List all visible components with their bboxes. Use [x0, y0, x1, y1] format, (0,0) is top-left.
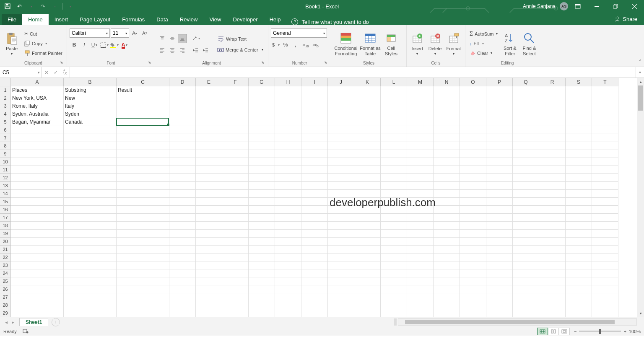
cell-M3[interactable] [407, 102, 434, 110]
cell-A9[interactable] [11, 150, 64, 158]
cell-G28[interactable] [249, 301, 275, 309]
cell-J27[interactable] [328, 293, 354, 301]
cell-M27[interactable] [407, 293, 434, 301]
cell-F3[interactable] [222, 102, 249, 110]
cell-N5[interactable] [434, 118, 460, 126]
cell-G7[interactable] [249, 134, 275, 142]
cell-M14[interactable] [407, 190, 434, 198]
cell-I17[interactable] [301, 214, 328, 222]
cell-L29[interactable] [381, 309, 407, 317]
cell-Q7[interactable] [513, 134, 539, 142]
cell-J14[interactable] [328, 190, 354, 198]
cell-L17[interactable] [381, 214, 407, 222]
cell-O4[interactable] [460, 110, 486, 118]
cell-C1[interactable]: Result [117, 86, 169, 94]
cell-G20[interactable] [249, 238, 275, 246]
tab-formulas[interactable]: Formulas [116, 14, 151, 25]
cell-A19[interactable] [11, 230, 64, 238]
cell-G21[interactable] [249, 246, 275, 253]
cell-D20[interactable] [169, 238, 196, 246]
cell-I9[interactable] [301, 150, 328, 158]
cell-Q17[interactable] [513, 214, 539, 222]
close-button[interactable] [625, 0, 644, 13]
cell-N22[interactable] [434, 253, 460, 261]
cell-Q23[interactable] [513, 261, 539, 269]
cell-M1[interactable] [407, 86, 434, 94]
cell-B29[interactable] [64, 309, 117, 317]
number-format-combo[interactable]: General▾ [271, 28, 327, 38]
cell-B8[interactable] [64, 142, 117, 150]
cell-S28[interactable] [566, 301, 592, 309]
cell-F19[interactable] [222, 230, 249, 238]
cell-S22[interactable] [566, 253, 592, 261]
cell-C11[interactable] [117, 166, 169, 174]
cell-T23[interactable] [592, 261, 618, 269]
row-header-8[interactable]: 8 [0, 142, 11, 150]
cell-M21[interactable] [407, 246, 434, 253]
cell-T20[interactable] [592, 238, 618, 246]
increase-indent-button[interactable] [201, 46, 210, 55]
cell-E7[interactable] [196, 134, 222, 142]
cell-Q15[interactable] [513, 198, 539, 206]
cell-J28[interactable] [328, 301, 354, 309]
cell-E10[interactable] [196, 158, 222, 166]
cell-L4[interactable] [381, 110, 407, 118]
cell-H6[interactable] [275, 126, 301, 134]
cell-O6[interactable] [460, 126, 486, 134]
name-box-dropdown[interactable]: ▾ [38, 70, 40, 75]
cell-R6[interactable] [539, 126, 566, 134]
cell-S4[interactable] [566, 110, 592, 118]
cell-C9[interactable] [117, 150, 169, 158]
cell-A21[interactable] [11, 246, 64, 253]
cell-K28[interactable] [354, 301, 381, 309]
cell-C10[interactable] [117, 158, 169, 166]
cell-Q14[interactable] [513, 190, 539, 198]
cell-N21[interactable] [434, 246, 460, 253]
cell-P6[interactable] [486, 126, 513, 134]
cell-O16[interactable] [460, 206, 486, 214]
cell-H23[interactable] [275, 261, 301, 269]
cell-A12[interactable] [11, 174, 64, 182]
worksheet-grid[interactable]: ABCDEFGHIJKLMNOPQRST 1234567891011121314… [0, 78, 644, 317]
cell-L24[interactable] [381, 269, 407, 277]
cell-T22[interactable] [592, 253, 618, 261]
cell-F28[interactable] [222, 301, 249, 309]
row-header-1[interactable]: 1 [0, 86, 11, 94]
row-header-23[interactable]: 23 [0, 261, 11, 269]
cell-J26[interactable] [328, 285, 354, 293]
cell-F5[interactable] [222, 118, 249, 126]
cell-P12[interactable] [486, 174, 513, 182]
cell-D28[interactable] [169, 301, 196, 309]
cell-Q1[interactable] [513, 86, 539, 94]
cell-B18[interactable] [64, 222, 117, 230]
row-header-21[interactable]: 21 [0, 246, 11, 253]
col-header-G[interactable]: G [249, 78, 275, 86]
cell-D21[interactable] [169, 246, 196, 253]
cell-S9[interactable] [566, 150, 592, 158]
cell-G3[interactable] [249, 102, 275, 110]
cell-K16[interactable] [354, 206, 381, 214]
cell-N24[interactable] [434, 269, 460, 277]
cell-F8[interactable] [222, 142, 249, 150]
cell-O10[interactable] [460, 158, 486, 166]
cell-N16[interactable] [434, 206, 460, 214]
cell-D8[interactable] [169, 142, 196, 150]
cell-N6[interactable] [434, 126, 460, 134]
cell-F17[interactable] [222, 214, 249, 222]
row-header-19[interactable]: 19 [0, 230, 11, 238]
font-name-combo[interactable]: Calibri▾ [70, 28, 110, 38]
cell-P10[interactable] [486, 158, 513, 166]
cell-H24[interactable] [275, 269, 301, 277]
cell-T9[interactable] [592, 150, 618, 158]
cell-M4[interactable] [407, 110, 434, 118]
row-header-2[interactable]: 2 [0, 94, 11, 102]
cell-O9[interactable] [460, 150, 486, 158]
cell-A16[interactable] [11, 206, 64, 214]
cell-D19[interactable] [169, 230, 196, 238]
tab-developer[interactable]: Developer [227, 14, 263, 25]
decrease-indent-button[interactable] [191, 46, 200, 55]
cell-O22[interactable] [460, 253, 486, 261]
zoom-out-button[interactable]: − [574, 329, 576, 334]
cell-B14[interactable] [64, 190, 117, 198]
cell-F12[interactable] [222, 174, 249, 182]
